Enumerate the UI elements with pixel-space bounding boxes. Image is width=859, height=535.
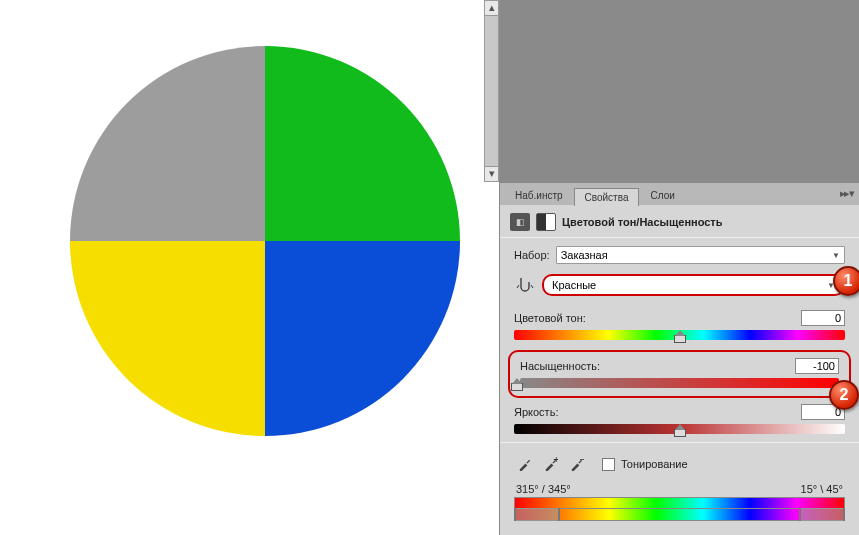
divider: [500, 442, 859, 443]
quadrant-gray: [70, 46, 265, 241]
canvas-area[interactable]: [0, 0, 484, 535]
scroll-up-icon[interactable]: ▴: [485, 1, 498, 16]
saturation-slider[interactable]: [514, 376, 845, 390]
colorize-label: Тонирование: [621, 458, 688, 470]
range-left-label: 315° / 345°: [516, 483, 571, 495]
panel-tab-strip: Наб.инстр Свойства Слои ▸▸ ▾: [500, 183, 859, 205]
saturation-track: [520, 378, 839, 388]
canvas-scrollbar-vertical[interactable]: ▴ ▾: [484, 0, 499, 182]
annotation-badge-2: 2: [829, 380, 859, 410]
saturation-group-highlight: Насыщенность: 2: [508, 350, 851, 398]
divider: [500, 237, 859, 238]
saturation-label: Насыщенность:: [520, 360, 600, 372]
svg-text:+: +: [553, 457, 558, 465]
preset-row: Набор: Заказная ▼: [500, 244, 859, 266]
adjustment-header: ◧ Цветовой тон/Насыщенность: [500, 205, 859, 237]
saturation-input[interactable]: [795, 358, 839, 374]
eyedropper-add-icon[interactable]: +: [540, 455, 560, 473]
targeted-adjustment-tool-icon[interactable]: [514, 275, 536, 295]
properties-panel: Наб.инстр Свойства Слои ▸▸ ▾ ◧ Цветовой …: [499, 182, 859, 535]
range-marker-left-wrap[interactable]: [799, 508, 845, 521]
preset-label: Набор:: [514, 249, 550, 261]
lightness-slider[interactable]: [500, 422, 859, 442]
panel-title: Цветовой тон/Насыщенность: [562, 216, 723, 228]
tab-layers[interactable]: Слои: [639, 186, 685, 205]
preset-dropdown[interactable]: Заказная ▼: [556, 246, 845, 264]
scroll-down-icon[interactable]: ▾: [485, 166, 498, 181]
hue-slider-thumb[interactable]: [674, 335, 686, 343]
workspace-background: [484, 0, 859, 182]
hue-input[interactable]: [801, 310, 845, 326]
hue-slider[interactable]: [500, 328, 859, 348]
panel-menu-icon[interactable]: ▸▸ ▾: [840, 187, 853, 200]
preset-value: Заказная: [561, 249, 608, 261]
lightness-slider-thumb[interactable]: [674, 429, 686, 437]
lightness-label: Яркость:: [514, 406, 558, 418]
channel-value: Красные: [552, 279, 596, 291]
scroll-thumb[interactable]: [485, 16, 498, 166]
quadrant-yellow: [70, 241, 265, 436]
svg-text:−: −: [579, 457, 584, 465]
eyedropper-icon[interactable]: [514, 455, 534, 473]
tab-tool-presets[interactable]: Наб.инстр: [504, 186, 574, 205]
chevron-down-icon: ▼: [832, 251, 840, 260]
hue-label: Цветовой тон:: [514, 312, 586, 324]
range-labels: 315° / 345° 15° \ 45°: [514, 483, 845, 497]
colorize-checkbox[interactable]: [602, 458, 615, 471]
range-marker-right-wrap[interactable]: [514, 508, 560, 521]
color-range-control[interactable]: 315° / 345° 15° \ 45°: [514, 483, 845, 521]
quadrant-green: [265, 46, 460, 241]
saturation-slider-thumb[interactable]: [511, 383, 523, 391]
channel-dropdown[interactable]: Красные ▼: [542, 274, 845, 296]
lightness-row: Яркость:: [500, 402, 859, 422]
spectrum-bottom[interactable]: [514, 509, 845, 521]
sample-circle: [70, 46, 460, 436]
quadrant-blue: [265, 241, 460, 436]
saturation-row: Насыщенность:: [514, 356, 845, 376]
channel-row: Красные ▼ 1: [500, 272, 859, 298]
eyedropper-row: + − Тонирование: [500, 449, 859, 479]
eyedropper-subtract-icon[interactable]: −: [566, 455, 586, 473]
range-right-label: 15° \ 45°: [801, 483, 843, 495]
hue-row: Цветовой тон:: [500, 308, 859, 328]
annotation-badge-1: 1: [833, 266, 859, 296]
adjustment-icon: ◧: [510, 213, 530, 231]
tab-properties[interactable]: Свойства: [574, 188, 640, 206]
spectrum-top: [514, 497, 845, 509]
mask-icon[interactable]: [536, 213, 556, 231]
